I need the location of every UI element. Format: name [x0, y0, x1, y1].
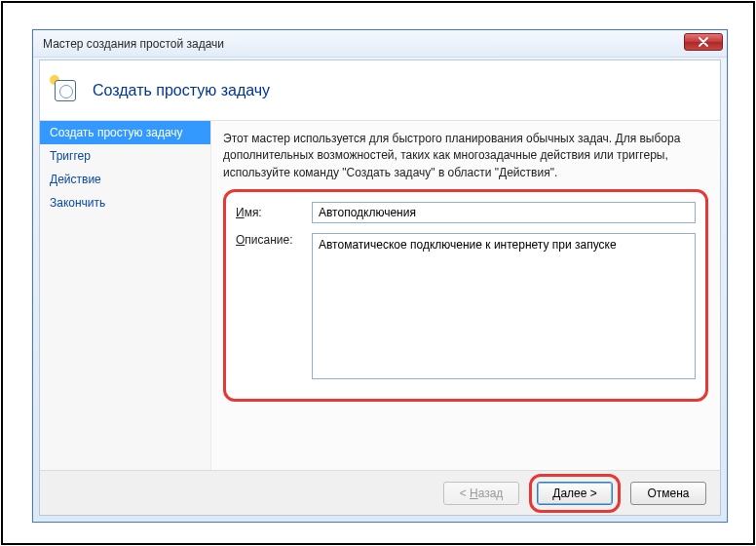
window-title: Мастер создания простой задачи — [43, 37, 224, 51]
description-label: Описание: — [236, 233, 312, 379]
client-area: Создать простую задачу Создать простую з… — [39, 59, 721, 516]
name-row: Имя: — [236, 202, 696, 223]
sidebar-item-action[interactable]: Действие — [40, 168, 210, 191]
sidebar-item-label: Создать простую задачу — [50, 126, 183, 139]
wizard-header: Создать простую задачу — [40, 60, 720, 121]
sidebar-item-finish[interactable]: Закончить — [40, 191, 210, 214]
sidebar-item-label: Действие — [50, 173, 101, 186]
next-button-highlight: Далее > — [529, 474, 621, 513]
back-button: < Назад — [443, 482, 519, 505]
wizard-content: Этот мастер используется для быстрого пл… — [211, 121, 720, 470]
cancel-button[interactable]: Отмена — [630, 482, 706, 505]
form-highlight-frame: Имя: Описание: — [223, 189, 708, 402]
description-input[interactable] — [312, 233, 696, 379]
intro-text: Этот мастер используется для быстрого пл… — [223, 131, 708, 181]
sidebar-item-trigger[interactable]: Триггер — [40, 144, 210, 168]
wizard-footer: < Назад Далее > Отмена — [40, 470, 720, 515]
wizard-steps-sidebar: Создать простую задачу Триггер Действие … — [40, 121, 211, 470]
page-title: Создать простую задачу — [93, 82, 270, 99]
next-button[interactable]: Далее > — [537, 482, 613, 505]
name-input[interactable] — [312, 202, 696, 223]
sidebar-item-label: Закончить — [50, 196, 105, 210]
sidebar-item-create-task[interactable]: Создать простую задачу — [40, 121, 210, 144]
wizard-body: Создать простую задачу Триггер Действие … — [40, 121, 720, 470]
titlebar: Мастер создания простой задачи — [33, 30, 727, 58]
close-button[interactable] — [684, 33, 723, 51]
task-scheduler-icon — [52, 77, 79, 104]
wizard-window: Мастер создания простой задачи Создать п… — [32, 29, 728, 523]
sidebar-item-label: Триггер — [50, 149, 91, 163]
name-label: Имя: — [236, 206, 312, 219]
screenshot-frame: Мастер создания простой задачи Создать п… — [1, 1, 755, 545]
description-row: Описание: — [236, 233, 696, 379]
close-icon — [699, 37, 708, 47]
